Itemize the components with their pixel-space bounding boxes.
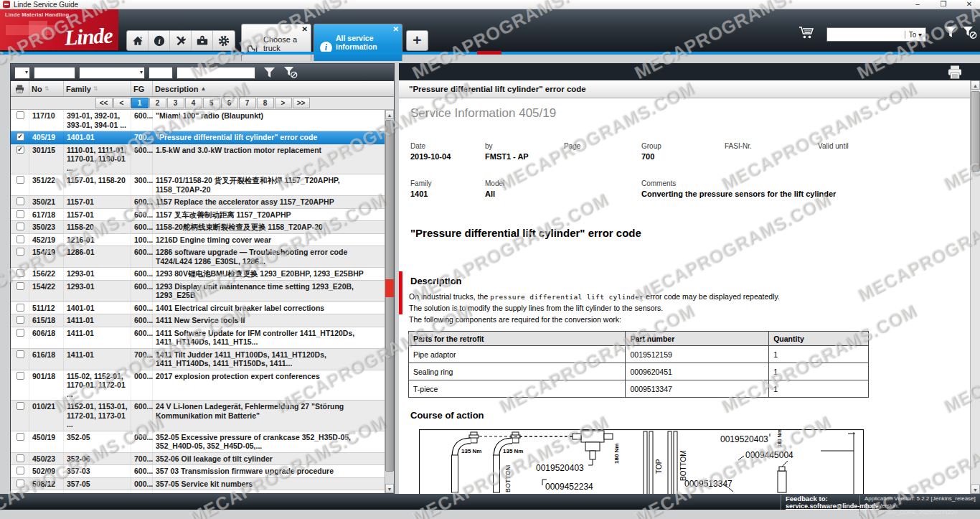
row-checkbox[interactable] bbox=[17, 492, 24, 493]
row-family: 352-05 bbox=[64, 431, 131, 452]
workshop-button[interactable] bbox=[192, 31, 213, 50]
filter-no-input[interactable] bbox=[34, 67, 75, 78]
page-button[interactable]: 8 bbox=[257, 98, 274, 108]
table-row[interactable]: 617/181157-01600...1157 叉车改善制动距离 1157_T2… bbox=[11, 209, 385, 222]
row-checkbox[interactable] bbox=[17, 235, 24, 243]
row-checkbox[interactable] bbox=[17, 248, 24, 256]
page-button[interactable]: 2 bbox=[149, 98, 166, 108]
close-icon[interactable]: ✕ bbox=[393, 25, 399, 33]
row-checkbox[interactable] bbox=[17, 433, 24, 441]
scroll-up-icon[interactable]: ▲ bbox=[971, 80, 980, 90]
table-row[interactable]: 350/231158-20600...1158-20舵柄线束断裂检查及更换 11… bbox=[11, 221, 385, 234]
filter-clear-icon bbox=[283, 66, 298, 79]
service-tools-button[interactable] bbox=[170, 31, 192, 50]
table-row[interactable]: 452/191216-01100...1216D Engine timing c… bbox=[11, 234, 385, 247]
table-row[interactable]: 615/181411-01600...1411 New Service tool… bbox=[11, 314, 385, 327]
tab-all-service-information[interactable]: ✕ i All service information bbox=[314, 24, 402, 61]
cart-button[interactable] bbox=[798, 26, 816, 40]
page-button[interactable]: 1 bbox=[131, 98, 149, 108]
row-checkbox[interactable] bbox=[17, 402, 24, 410]
apply-filter-button[interactable] bbox=[263, 67, 275, 78]
table-row[interactable]: 901/18115-02, 1152-01, 1170-01, 1172-01 … bbox=[11, 370, 385, 401]
global-search-input[interactable] bbox=[827, 29, 905, 40]
filter-clear-button[interactable] bbox=[962, 26, 978, 39]
row-checkbox[interactable] bbox=[17, 480, 24, 487]
table-row[interactable]: ✓405/191401-01700..."Pressure differenti… bbox=[11, 131, 385, 144]
home-button[interactable] bbox=[127, 31, 149, 50]
settings-button[interactable] bbox=[213, 31, 235, 50]
row-checkbox[interactable] bbox=[17, 304, 24, 312]
row-checkbox[interactable] bbox=[17, 111, 24, 119]
filter-fg-input[interactable] bbox=[149, 67, 172, 78]
row-checkbox[interactable] bbox=[17, 467, 24, 474]
filter-family-select[interactable] bbox=[79, 67, 145, 79]
table-row[interactable]: 616/181411-01700...1411 Tilt Judder 1411… bbox=[11, 349, 385, 370]
table-row[interactable]: 350/211157-01600...1157 Replace the acce… bbox=[11, 196, 385, 209]
table-row[interactable]: 154/191286-01600...1286 software upgrade… bbox=[11, 246, 385, 268]
info-button[interactable]: i bbox=[149, 31, 170, 50]
table-row[interactable]: 156/221293-01600...1293 80V锂电池BMU检查更换 12… bbox=[11, 268, 385, 281]
column-header-fg[interactable]: FG bbox=[131, 81, 153, 96]
page-button[interactable]: << bbox=[95, 98, 113, 108]
table-row[interactable]: 502/09357-03600...357 03 Transmission fi… bbox=[11, 465, 385, 478]
document-scrollbar[interactable]: ▲ ▼ bbox=[970, 80, 980, 494]
meta-item: FASI-Nr. bbox=[725, 142, 818, 161]
column-header-description[interactable]: Description▲ bbox=[153, 81, 394, 96]
table-row[interactable]: 154/221293-01600...1293 Display unit mai… bbox=[11, 281, 385, 302]
row-checkbox[interactable] bbox=[17, 316, 24, 324]
page-button[interactable]: >> bbox=[293, 98, 310, 108]
table-row[interactable]: 117/10391-01, 392-01, 393-01, 394-01 ...… bbox=[11, 110, 385, 131]
row-checkbox[interactable] bbox=[17, 454, 24, 462]
row-checkbox[interactable] bbox=[17, 223, 24, 230]
description-heading: Description bbox=[410, 276, 462, 286]
close-button[interactable]: ✕ bbox=[964, 0, 974, 9]
page-button[interactable]: 3 bbox=[167, 98, 184, 108]
row-checkbox[interactable] bbox=[17, 350, 24, 358]
row-checkbox[interactable] bbox=[17, 176, 24, 184]
column-header-no[interactable]: No⇅ bbox=[29, 81, 64, 96]
table-row[interactable]: 450/23352-06700...352-06 Oil leakage of … bbox=[11, 453, 385, 466]
list-scrollbar[interactable]: ▲ ▼ bbox=[385, 110, 394, 493]
table-row[interactable]: ✓301/151110-01, 1111-01, 1170-01, 1190-0… bbox=[11, 144, 385, 175]
row-checkbox[interactable]: ✓ bbox=[17, 146, 24, 154]
clear-filter-button[interactable] bbox=[283, 66, 298, 79]
row-checkbox[interactable] bbox=[17, 210, 24, 218]
row-checkbox[interactable] bbox=[17, 197, 24, 205]
new-tab-button[interactable]: + bbox=[406, 30, 428, 51]
filter-button[interactable] bbox=[944, 26, 957, 38]
filter-select-small[interactable] bbox=[14, 67, 30, 79]
page-button[interactable]: 7 bbox=[239, 98, 256, 108]
row-checkbox[interactable] bbox=[17, 269, 24, 277]
table-row[interactable]: 503/09318-01, 359-01100...359 Cooling fa… bbox=[11, 490, 385, 493]
table-row[interactable]: 508/12357-05000...357-05 Service kit num… bbox=[11, 478, 385, 491]
table-row[interactable]: 511/121401-01600...1401 Electrical circu… bbox=[11, 302, 385, 315]
row-checkbox[interactable]: ✓ bbox=[17, 133, 24, 141]
page-button[interactable]: 5 bbox=[203, 98, 220, 108]
row-checkbox[interactable] bbox=[17, 372, 24, 380]
maximize-button[interactable]: ❐ bbox=[938, 0, 948, 9]
table-row[interactable]: 351/221157-01, 1158-20300...1157-01/1158… bbox=[11, 174, 385, 196]
scroll-up-icon[interactable]: ▲ bbox=[385, 110, 394, 119]
filter-description-input[interactable] bbox=[177, 67, 255, 78]
page-button[interactable]: 4 bbox=[185, 98, 202, 108]
page-button[interactable]: < bbox=[113, 98, 131, 108]
close-icon[interactable]: ✕ bbox=[302, 25, 308, 33]
column-header-family[interactable]: Family⇅ bbox=[64, 81, 131, 96]
page-button[interactable]: > bbox=[275, 98, 292, 108]
scrollbar-thumb[interactable] bbox=[971, 91, 980, 172]
row-no: 452/19 bbox=[29, 234, 64, 246]
minimize-button[interactable]: – bbox=[913, 0, 923, 9]
print-list-button[interactable] bbox=[11, 81, 29, 96]
row-checkbox[interactable] bbox=[17, 329, 24, 337]
scroll-down-icon[interactable]: ▼ bbox=[971, 485, 980, 494]
scroll-down-icon[interactable]: ▼ bbox=[385, 484, 394, 493]
row-checkbox[interactable] bbox=[17, 282, 24, 290]
table-row[interactable]: 450/19352-05000...352-05 Excessive press… bbox=[11, 431, 385, 453]
table-row[interactable]: 606/181411-01600...1411 Software Update … bbox=[11, 327, 385, 349]
print-document-button[interactable] bbox=[947, 65, 963, 79]
table-row[interactable]: 010/211152-01, 1153-01, 1172-01, 1173-01… bbox=[11, 401, 385, 431]
parts-cell: T-piece bbox=[409, 380, 626, 398]
page-button[interactable]: 6 bbox=[221, 98, 238, 108]
search-scope-dropdown[interactable]: To ▾ bbox=[905, 31, 925, 39]
tab-choose-a-truck[interactable]: ✕ Choose a truck bbox=[241, 24, 311, 61]
